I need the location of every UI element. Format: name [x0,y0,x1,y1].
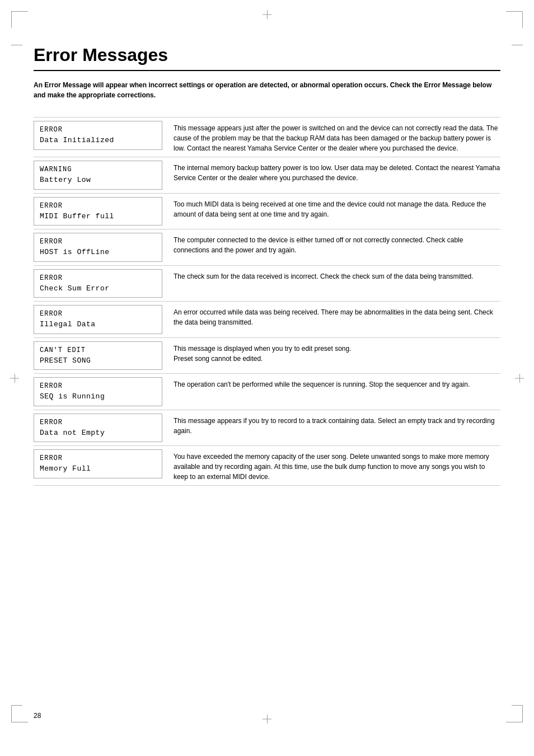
side-mark-bottom-left [11,705,22,706]
side-mark-bottom-right [512,705,523,706]
error-description-check-sum-error: The check sum for the data received is i… [174,269,500,281]
error-type-memory-full: ERROR [40,453,156,463]
error-type-midi-buffer-full: ERROR [40,201,156,211]
error-description-midi-buffer-full: Too much MIDI data is being received at … [174,197,500,219]
corner-mark-bl [11,706,28,722]
error-code-box-memory-full: ERRORMemory Full [34,449,162,478]
corner-mark-br [506,706,523,722]
intro-text: An Error Message will appear when incorr… [34,80,493,100]
error-type-seq-running: ERROR [40,381,156,391]
error-code-box-data-initialized: ERRORData Initialized [34,121,162,150]
error-type-cant-edit-preset: CAN'T EDIT [40,345,156,355]
error-code-box-check-sum-error: ERRORCheck Sum Error [34,269,162,298]
error-code-box-illegal-data: ERRORIllegal Data [34,305,162,334]
error-description-seq-running: The operation can't be performed while t… [174,377,500,389]
crosshair-right [515,374,524,383]
error-row-host-offline: ERRORHOST is OffLineThe computer connect… [34,229,500,265]
crosshair-left [10,374,19,383]
side-mark-top-left [11,45,22,45]
error-type-host-offline: ERROR [40,237,156,247]
corner-mark-tr [506,11,523,28]
side-mark-top-right [512,45,523,45]
page-number: 28 [34,712,41,720]
error-code-box-midi-buffer-full: ERRORMIDI Buffer full [34,197,162,226]
error-type-data-not-empty: ERROR [40,417,156,428]
error-description-illegal-data: An error occurred while data was being r… [174,305,500,327]
error-row-memory-full: ERRORMemory FullYou have exceeded the me… [34,445,500,486]
error-type-battery-low: WARNING [40,165,156,175]
error-message-illegal-data: Illegal Data [40,319,156,330]
error-row-data-initialized: ERRORData InitializedThis message appear… [34,117,500,157]
error-message-seq-running: SEQ is Running [40,391,156,402]
error-type-illegal-data: ERROR [40,309,156,319]
error-message-battery-low: Battery Low [40,175,156,186]
error-row-seq-running: ERRORSEQ is RunningThe operation can't b… [34,373,500,410]
crosshair-bottom [263,715,271,724]
error-type-check-sum-error: ERROR [40,273,156,283]
error-description-data-not-empty: This message appears if you try to recor… [174,414,500,436]
error-message-cant-edit-preset: PRESET SONG [40,355,156,367]
error-message-memory-full: Memory Full [40,463,156,475]
error-message-data-initialized: Data Initialized [40,135,156,146]
error-description-host-offline: The computer connected to the device is … [174,233,500,255]
crosshair-top [263,10,271,19]
error-description-memory-full: You have exceeded the memory capacity of… [174,449,500,482]
error-message-data-not-empty: Data not Empty [40,428,156,439]
error-code-box-battery-low: WARNINGBattery Low [34,161,162,190]
error-row-data-not-empty: ERRORData not EmptyThis message appears … [34,410,500,446]
error-code-box-data-not-empty: ERRORData not Empty [34,414,162,443]
error-code-box-cant-edit-preset: CAN'T EDITPRESET SONG [34,341,162,370]
error-description-cant-edit-preset: This message is displayed when you try t… [174,341,500,364]
error-description-data-initialized: This message appears just after the powe… [174,121,500,153]
error-message-host-offline: HOST is OffLine [40,247,156,258]
error-table: ERRORData InitializedThis message appear… [34,117,500,486]
error-row-check-sum-error: ERRORCheck Sum ErrorThe check sum for th… [34,265,500,302]
error-row-illegal-data: ERRORIllegal DataAn error occurred while… [34,301,500,337]
error-code-box-host-offline: ERRORHOST is OffLine [34,233,162,262]
error-row-cant-edit-preset: CAN'T EDITPRESET SONGThis message is dis… [34,337,500,374]
error-row-battery-low: WARNINGBattery LowThe internal memory ba… [34,157,500,193]
error-description-battery-low: The internal memory backup battery power… [174,161,500,183]
error-row-midi-buffer-full: ERRORMIDI Buffer fullToo much MIDI data … [34,193,500,229]
corner-mark-tl [11,11,28,28]
error-type-data-initialized: ERROR [40,125,156,135]
error-message-midi-buffer-full: MIDI Buffer full [40,211,156,222]
error-message-check-sum-error: Check Sum Error [40,283,156,294]
page-title: Error Messages [34,45,500,71]
error-code-box-seq-running: ERRORSEQ is Running [34,377,162,406]
